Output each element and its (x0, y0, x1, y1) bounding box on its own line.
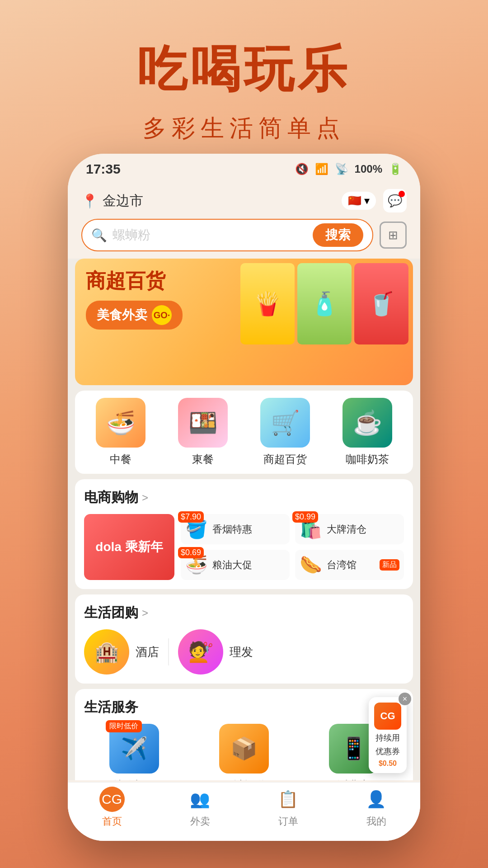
bottom-navigation: CG 首页 👥 外卖 📋 订单 👤 我的 (68, 782, 420, 841)
life-items: 🏨 酒店 💇 理发 (84, 629, 404, 675)
grain-price: $0.69 (178, 547, 204, 558)
product-1: 🍟 (240, 263, 295, 344)
profile-nav-icon: 👤 (364, 787, 389, 812)
ecom-item-clearance[interactable]: $0.99 🛍️ 大牌清仓 (295, 514, 404, 544)
recharge-label: 话费充 (338, 778, 370, 780)
new-badge: 新品 (380, 559, 399, 571)
delivery-icon: 📦 (219, 724, 269, 774)
app-header: 📍 金边市 🇨🇳 ▾ 💬 (68, 184, 420, 219)
delivery-label: 同城闪送 (222, 778, 266, 780)
search-icon: 🔍 (91, 228, 107, 243)
delivery-nav-label: 外卖 (190, 815, 210, 828)
float-text2: 优惠券 (375, 746, 400, 757)
home-nav-icon: CG (99, 787, 125, 812)
status-time: 17:35 (86, 161, 121, 177)
content-area: 商超百货 美食外卖 GO· 🍟 🧴 🥤 🍜 中餐 🍱 東餐 (68, 259, 420, 780)
ecommerce-header: 电商购物 > (84, 488, 404, 507)
close-float-button[interactable]: × (399, 693, 411, 705)
eastern-food-label: 東餐 (192, 452, 214, 467)
ecom-banner-image[interactable]: dola 乘新年 (84, 514, 174, 580)
ecom-item-cigarette[interactable]: $7.90 🪣 香烟特惠 (181, 514, 290, 544)
chinese-food-icon: 🍜 (96, 398, 145, 448)
living-services-section: 生活服务 ✈️ 限时低价 特价机票 📦 同城闪送 (75, 689, 413, 780)
category-supermarket[interactable]: 🛒 商超百货 (253, 398, 317, 467)
nav-home[interactable]: CG 首页 (99, 787, 125, 828)
clearance-label: 大牌清仓 (327, 523, 399, 536)
services-title: 生活服务 (84, 698, 404, 717)
supermarket-label: 商超百货 (263, 452, 307, 467)
battery-level: 100% (355, 163, 382, 175)
grain-label: 粮油大促 (212, 558, 285, 572)
delivery-icon-wrap: 📦 (219, 724, 269, 774)
barber-item[interactable]: 💇 理发 (178, 629, 253, 675)
banner-section[interactable]: 商超百货 美食外卖 GO· 🍟 🧴 🥤 (75, 259, 413, 385)
hero-title: 吃喝玩乐 (0, 36, 488, 104)
flight-icon-wrap: ✈️ 限时低价 (109, 724, 159, 774)
life-group-title: 生活团购 (84, 604, 138, 622)
float-logo: CG (374, 703, 401, 730)
flag-icon: 🇨🇳 (348, 194, 361, 207)
supermarket-icon: 🛒 (260, 398, 310, 448)
orders-nav-label: 订单 (278, 815, 298, 828)
cigarette-price: $7.90 (178, 511, 204, 523)
ecommerce-arrow[interactable]: > (142, 491, 148, 504)
float-text1: 持续用 (375, 732, 400, 743)
flight-service[interactable]: ✈️ 限时低价 特价机票 (84, 724, 185, 780)
search-placeholder: 螺蛳粉 (113, 226, 307, 244)
coffee-icon: ☕ (343, 398, 392, 448)
home-nav-label: 首页 (102, 815, 122, 828)
battery-icon: 🔋 (389, 163, 402, 175)
life-group-header: 生活团购 > (84, 604, 404, 622)
phone-frame: 17:35 🔇 📶 📡 100% 🔋 📍 金边市 🇨🇳 ▾ 💬 (68, 154, 420, 841)
ecommerce-items: $7.90 🪣 香烟特惠 $0.99 🛍️ 大牌清仓 $0.69 🍜 粮油大促 (181, 514, 404, 580)
cigarette-label: 香烟特惠 (212, 523, 285, 536)
go-badge: GO· (152, 305, 172, 325)
search-box[interactable]: 🔍 螺蛳粉 搜索 (81, 219, 373, 251)
life-group-arrow[interactable]: > (142, 607, 148, 619)
location-selector[interactable]: 📍 金边市 (81, 192, 143, 210)
hero-subtitle: 多彩生活简单点 (0, 113, 488, 144)
food-delivery-button[interactable]: 美食外卖 GO· (86, 301, 183, 330)
food-delivery-label: 美食外卖 (97, 307, 147, 324)
city-name: 金边市 (103, 192, 143, 210)
categories-section: 🍜 中餐 🍱 東餐 🛒 商超百货 ☕ 咖啡奶茶 (75, 391, 413, 474)
mute-icon: 🔇 (295, 163, 309, 175)
category-chinese[interactable]: 🍜 中餐 (89, 398, 152, 467)
ecom-item-grain[interactable]: $0.69 🍜 粮油大促 (181, 550, 290, 580)
hotel-item[interactable]: 🏨 酒店 (84, 629, 159, 675)
nav-profile[interactable]: 👤 我的 (364, 787, 389, 828)
search-row: 🔍 螺蛳粉 搜索 ⊞ (68, 219, 420, 259)
chinese-food-label: 中餐 (110, 452, 131, 467)
ecommerce-grid: dola 乘新年 $7.90 🪣 香烟特惠 $0.99 🛍️ 大牌清仓 $0.6… (84, 514, 404, 580)
taiwan-label: 台湾馆 (327, 558, 375, 572)
nav-orders[interactable]: 📋 订单 (276, 787, 301, 828)
location-icon: 📍 (81, 193, 98, 209)
status-icons: 🔇 📶 📡 100% 🔋 (295, 163, 402, 175)
messages-button[interactable]: 💬 (383, 189, 407, 212)
signal-icon: 📡 (335, 163, 348, 175)
taiwan-icon: 🌭 (300, 554, 322, 576)
ecommerce-title: 电商购物 (84, 488, 138, 507)
search-button[interactable]: 搜索 (313, 223, 363, 247)
category-eastern[interactable]: 🍱 東餐 (171, 398, 235, 467)
scan-button[interactable]: ⊞ (380, 222, 407, 249)
services-grid: ✈️ 限时低价 特价机票 📦 同城闪送 📱 话费充 (84, 724, 404, 780)
coffee-label: 咖啡奶茶 (346, 452, 389, 467)
language-selector[interactable]: 🇨🇳 ▾ (342, 192, 376, 210)
life-divider (168, 638, 169, 665)
barber-icon: 💇 (178, 629, 223, 675)
barber-label: 理发 (230, 644, 253, 660)
product-2: 🧴 (297, 263, 352, 344)
flight-label: 特价机票 (113, 778, 156, 780)
nav-delivery[interactable]: 👥 外卖 (188, 787, 213, 828)
category-row: 🍜 中餐 🍱 東餐 🛒 商超百货 ☕ 咖啡奶茶 (75, 398, 413, 467)
category-coffee[interactable]: ☕ 咖啡奶茶 (336, 398, 399, 467)
delivery-service[interactable]: 📦 同城闪送 (194, 724, 295, 780)
clearance-price: $0.99 (292, 511, 318, 523)
status-bar: 17:35 🔇 📶 📡 100% 🔋 (68, 154, 420, 184)
banner-products: 🍟 🧴 🥤 (240, 263, 408, 344)
orders-nav-icon: 📋 (276, 787, 301, 812)
hotel-icon: 🏨 (84, 629, 129, 675)
ecom-item-taiwan[interactable]: 🌭 台湾馆 新品 (295, 550, 404, 580)
header-right: 🇨🇳 ▾ 💬 (342, 189, 407, 212)
